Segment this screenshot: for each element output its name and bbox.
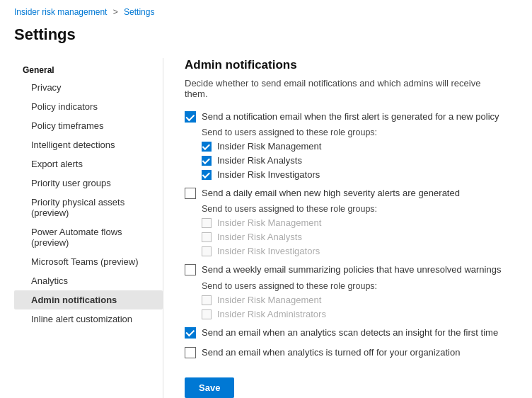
notification-2-sub-3: Insider Risk Investigators — [202, 246, 504, 256]
sidebar-item-admin-notifications[interactable]: Admin notifications — [14, 290, 163, 309]
notification-3-sub-2-text: Insider Risk Administrators — [217, 309, 326, 319]
notification-1-sub-2-text: Insider Risk Analysts — [217, 155, 302, 166]
notification-3: Send a weekly email summarizing policies… — [185, 263, 504, 319]
notification-3-label[interactable]: Send a weekly email summarizing policies… — [185, 263, 501, 276]
sidebar-item-power-automate-flows[interactable]: Power Automate flows (preview) — [14, 222, 163, 252]
page-wrapper: Insider risk management > Settings Setti… — [0, 0, 532, 398]
notification-1-text: Send a notification email when the first… — [202, 110, 499, 123]
notification-1-sub-2-checkbox[interactable] — [202, 156, 212, 166]
analytics-1-checkbox[interactable] — [185, 327, 196, 339]
notification-2: Send a daily email when new high severit… — [185, 187, 504, 256]
notification-2-text: Send a daily email when new high severit… — [202, 187, 460, 200]
notification-2-checkbox[interactable] — [185, 188, 196, 199]
notification-1-sub-3-text: Insider Risk Investigators — [217, 169, 320, 180]
analytics-2-label[interactable]: Send an email when analytics is turned o… — [185, 346, 460, 359]
sidebar-item-export-alerts[interactable]: Export alerts — [14, 154, 163, 174]
notification-3-sub-1-text: Insider Risk Management — [217, 295, 321, 305]
notification-1-sub-2: Insider Risk Analysts — [202, 155, 504, 166]
sidebar-item-policy-indicators[interactable]: Policy indicators — [14, 97, 163, 116]
sidebar-general-label: General — [14, 61, 163, 78]
notification-2-sub-3-checkbox — [202, 246, 212, 256]
page-title: Settings — [14, 25, 518, 44]
notification-1-sub-3-checkbox[interactable] — [202, 170, 212, 180]
main-layout: General Privacy Policy indicators Policy… — [14, 58, 518, 398]
notification-1-checkbox[interactable] — [185, 111, 196, 123]
analytics-notification-1: Send an email when an analytics scan det… — [185, 326, 504, 339]
notification-2-label[interactable]: Send a daily email when new high severit… — [185, 187, 460, 200]
sidebar-item-privacy[interactable]: Privacy — [14, 78, 163, 97]
notification-1-sub-1-checkbox[interactable] — [202, 142, 212, 152]
notification-3-sublabel: Send to users assigned to these role gro… — [202, 281, 504, 291]
sidebar-item-intelligent-detections[interactable]: Intelligent detections — [14, 135, 163, 154]
sidebar-item-microsoft-teams[interactable]: Microsoft Teams (preview) — [14, 252, 163, 271]
notification-2-row: Send a daily email when new high severit… — [185, 187, 504, 200]
sidebar-item-analytics[interactable]: Analytics — [14, 271, 163, 290]
analytics-2-row: Send an email when analytics is turned o… — [185, 346, 504, 359]
notification-2-sub-2-checkbox — [202, 232, 212, 242]
analytics-1-label[interactable]: Send an email when an analytics scan det… — [185, 326, 498, 339]
notification-2-sub-1-checkbox — [202, 218, 212, 228]
notification-1-sub-3: Insider Risk Investigators — [202, 169, 504, 180]
notification-3-row: Send a weekly email summarizing policies… — [185, 263, 504, 276]
notification-3-sub-2-checkbox — [202, 309, 212, 319]
sidebar: General Privacy Policy indicators Policy… — [14, 58, 163, 398]
notification-1: Send a notification email when the first… — [185, 110, 504, 180]
sidebar-item-policy-timeframes[interactable]: Policy timeframes — [14, 116, 163, 135]
section-description: Decide whether to send email notificatio… — [185, 78, 504, 99]
sidebar-item-priority-user-groups[interactable]: Priority user groups — [14, 174, 163, 193]
notification-3-sub-2: Insider Risk Administrators — [202, 309, 504, 319]
analytics-1-row: Send an email when an analytics scan det… — [185, 326, 504, 339]
section-title: Admin notifications — [185, 58, 504, 72]
analytics-2-text: Send an email when analytics is turned o… — [202, 346, 460, 359]
notification-2-sub-2: Insider Risk Analysts — [202, 232, 504, 242]
notification-2-sub-2-text: Insider Risk Analysts — [217, 232, 302, 242]
notification-2-sub-1: Insider Risk Management — [202, 217, 504, 228]
notification-3-subgroup: Send to users assigned to these role gro… — [202, 281, 504, 319]
notification-3-sub-1-checkbox — [202, 295, 212, 305]
sidebar-item-priority-physical-assets[interactable]: Priority physical assets (preview) — [14, 193, 163, 222]
notification-1-subgroup: Send to users assigned to these role gro… — [202, 127, 504, 180]
notification-3-checkbox[interactable] — [185, 264, 196, 275]
notification-2-sublabel: Send to users assigned to these role gro… — [202, 204, 504, 214]
content-area: Admin notifications Decide whether to se… — [163, 58, 518, 398]
notification-3-sub-1: Insider Risk Management — [202, 295, 504, 305]
analytics-notification-2: Send an email when analytics is turned o… — [185, 346, 504, 359]
notification-2-sub-1-text: Insider Risk Management — [217, 217, 321, 228]
notification-1-sublabel: Send to users assigned to these role gro… — [202, 127, 504, 137]
notification-3-text: Send a weekly email summarizing policies… — [202, 263, 501, 276]
analytics-2-checkbox[interactable] — [185, 347, 196, 358]
breadcrumb-parent[interactable]: Insider risk management — [14, 7, 107, 17]
save-button[interactable]: Save — [185, 377, 234, 398]
analytics-1-text: Send an email when an analytics scan det… — [202, 326, 498, 339]
notification-1-label[interactable]: Send a notification email when the first… — [185, 110, 499, 123]
notification-1-row: Send a notification email when the first… — [185, 110, 504, 123]
notification-1-sub-1-text: Insider Risk Management — [217, 141, 321, 152]
notification-2-sub-3-text: Insider Risk Investigators — [217, 246, 320, 256]
sidebar-item-inline-alert[interactable]: Inline alert customization — [14, 309, 163, 329]
notification-1-sub-1: Insider Risk Management — [202, 141, 504, 152]
breadcrumb-separator: > — [113, 7, 118, 17]
notification-2-subgroup: Send to users assigned to these role gro… — [202, 204, 504, 256]
breadcrumb-current: Settings — [124, 7, 154, 17]
breadcrumb: Insider risk management > Settings — [14, 7, 518, 17]
